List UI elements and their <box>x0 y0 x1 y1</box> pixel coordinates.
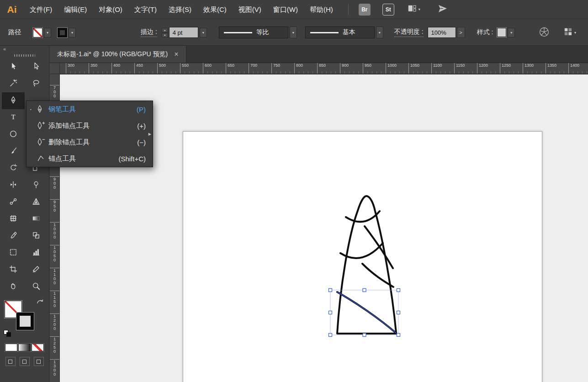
ellipse-tool[interactable] <box>2 126 25 143</box>
direct-selection-tool[interactable] <box>25 58 48 75</box>
selection-handle[interactable] <box>397 334 400 337</box>
stroke-weight-label[interactable]: 描边 : <box>141 28 157 37</box>
vruler-label: 1 2 5 0 <box>50 336 59 354</box>
arrange-documents-button[interactable]: ▾ <box>564 28 576 37</box>
width-profile-value: 等比 <box>256 28 269 37</box>
brush-dropdown-button[interactable]: ▾ <box>376 27 383 38</box>
panel-collapse-button[interactable]: « <box>0 46 49 53</box>
document-area: 未标题-1.ai* @ 100% (RGB/GPU 预览) × 30035040… <box>50 46 588 382</box>
selection-handle[interactable] <box>397 311 400 314</box>
bamboo-bottom-arc <box>337 292 396 333</box>
perspective-grid-tool[interactable] <box>25 194 48 211</box>
ruler-corner[interactable] <box>50 63 60 74</box>
bridge-button[interactable]: Br <box>359 4 371 16</box>
graph-tool[interactable] <box>2 244 25 261</box>
stroke-weight-stepper[interactable]: ▴ ▾ <box>162 28 168 37</box>
selection-handle[interactable] <box>329 311 332 314</box>
symbol-tool[interactable] <box>25 228 48 244</box>
opacity-label[interactable]: 不透明度 : <box>394 28 424 37</box>
menu-select[interactable]: 选择(S) <box>163 0 197 19</box>
artboard-tool[interactable] <box>2 261 25 278</box>
magic-wand-tool[interactable] <box>2 75 25 92</box>
stroke-color-swatch[interactable] <box>58 28 67 37</box>
draw-behind-button[interactable] <box>20 357 30 366</box>
pen-tool-flyout-menu: ▪钢笔工具(P)添加锚点工具(+)删除锚点工具(−)锚点工具(Shift+C) … <box>26 101 153 167</box>
lasso-tool[interactable] <box>25 75 48 92</box>
column-graph-tool[interactable] <box>25 244 48 261</box>
flyout-item-add-anchor-point-tool[interactable]: 添加锚点工具(+) <box>26 117 153 134</box>
blend-tool[interactable] <box>2 194 25 211</box>
mesh-tool[interactable] <box>2 211 25 228</box>
hruler-label: 850 <box>317 63 326 74</box>
opacity-field[interactable]: 100% <box>428 27 456 38</box>
menu-window[interactable]: 窗口(W) <box>267 0 304 19</box>
selection-tool[interactable] <box>2 58 25 75</box>
artboard-tool-icon <box>9 265 17 275</box>
apply-none-button[interactable] <box>32 344 44 351</box>
selection-handle[interactable] <box>363 289 366 292</box>
selection-handle[interactable] <box>363 334 366 337</box>
type-tool[interactable]: T <box>2 109 25 126</box>
width-profile-dropdown-button[interactable]: ▾ <box>290 27 297 38</box>
chevron-down-icon: ▾ <box>379 31 381 35</box>
paintbrush-tool[interactable] <box>2 143 25 160</box>
panel-drag-grip[interactable] <box>14 54 35 57</box>
style-swatch[interactable] <box>497 28 506 37</box>
menu-type[interactable]: 文字(T) <box>128 0 163 19</box>
share-button[interactable] <box>438 4 448 15</box>
hruler-label: 700 <box>249 63 257 74</box>
document-tab-bar: 未标题-1.ai* @ 100% (RGB/GPU 预览) × <box>50 46 588 63</box>
menu-object[interactable]: 对象(O) <box>93 0 128 19</box>
apply-color-button[interactable] <box>5 344 17 351</box>
vruler-label: 1 0 0 0 <box>50 222 59 239</box>
pen-tool[interactable] <box>2 92 25 109</box>
selection-handle[interactable] <box>397 289 400 292</box>
width-profile-select[interactable]: 等比 <box>219 27 288 38</box>
menu-edit[interactable]: 编辑(E) <box>58 0 93 19</box>
menu-help[interactable]: 帮助(H) <box>304 0 339 19</box>
horizontal-ruler[interactable]: 3003504004505005506006507007508008509009… <box>60 63 588 74</box>
lasso-tool-icon <box>32 79 40 89</box>
workspace-switcher[interactable]: ▾ <box>408 5 420 14</box>
default-fill-stroke-button[interactable] <box>4 330 12 337</box>
document-tab[interactable]: 未标题-1.ai* @ 100% (RGB/GPU 预览) × <box>50 46 186 63</box>
flyout-item-anchor-point-tool[interactable]: 锚点工具(Shift+C) <box>26 150 153 167</box>
apply-gradient-button[interactable] <box>18 344 31 351</box>
shaper-tool[interactable] <box>25 177 48 194</box>
stepper-up-icon[interactable]: ▴ <box>162 28 168 32</box>
menu-view[interactable]: 视图(V) <box>233 0 267 19</box>
flyout-item-delete-anchor-point-tool[interactable]: 删除锚点工具(−) <box>26 134 153 150</box>
fill-dropdown-button[interactable]: ▾ <box>44 28 51 37</box>
width-tool[interactable] <box>2 177 25 194</box>
stroke-proxy-swatch[interactable] <box>16 313 34 330</box>
fill-swatch[interactable] <box>33 28 42 37</box>
style-dropdown-button[interactable]: ▾ <box>508 28 515 37</box>
stroke-weight-dropdown-button[interactable]: ▾ <box>200 28 207 37</box>
tab-close-icon[interactable]: × <box>174 50 178 58</box>
draw-normal-button[interactable] <box>5 357 16 366</box>
chevron-down-icon: ▾ <box>510 31 512 35</box>
selection-handle[interactable] <box>329 334 332 337</box>
stepper-down-icon[interactable]: ▾ <box>162 33 168 37</box>
stroke-weight-field[interactable]: 4 pt <box>169 27 198 38</box>
bamboo-drawing[interactable] <box>337 196 396 334</box>
eyedropper-tool[interactable] <box>2 228 25 244</box>
selection-handle[interactable] <box>329 289 332 292</box>
swap-fill-stroke-button[interactable] <box>37 299 44 307</box>
column-graph-tool-icon <box>32 248 40 258</box>
stock-button[interactable]: St <box>382 4 394 16</box>
hand-tool[interactable] <box>2 278 25 295</box>
opacity-expand-button[interactable]: > <box>457 27 465 38</box>
menu-file[interactable]: 文件(F) <box>24 0 58 19</box>
gradient-tool[interactable] <box>25 211 48 228</box>
brush-select[interactable]: 基本 <box>305 27 375 38</box>
flyout-item-pen-tool[interactable]: ▪钢笔工具(P) <box>26 101 153 117</box>
flyout-tear-arrow-icon[interactable]: ▶ <box>148 132 151 136</box>
stroke-dropdown-button[interactable]: ▾ <box>69 28 76 37</box>
zoom-tool[interactable] <box>25 278 48 295</box>
menu-effect[interactable]: 效果(C) <box>197 0 233 19</box>
draw-inside-button[interactable] <box>34 357 44 366</box>
rotate-tool[interactable] <box>2 160 25 177</box>
color-themes-button[interactable] <box>539 27 550 39</box>
slice-tool[interactable] <box>25 261 48 278</box>
